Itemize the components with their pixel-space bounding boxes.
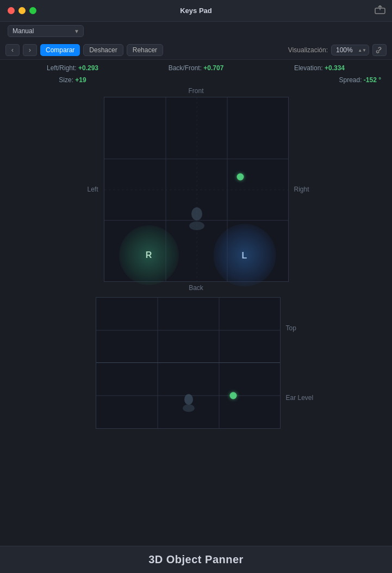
toolbar: ‹ › Comparar Deshacer Rehacer Visualizac… (0, 40, 392, 60)
stat-size: Size: +19 (11, 76, 134, 84)
left-right-label: Left/Right: (47, 64, 77, 72)
top-label: Top (286, 297, 329, 332)
r-channel-label: R (146, 250, 152, 260)
link-button[interactable] (372, 44, 387, 56)
left-label: Left (71, 186, 104, 193)
top-ear-panner-section: Top Ear Level (60, 297, 332, 429)
top-ear-side-labels: Top Ear Level (281, 297, 329, 429)
window-title: Keys Pad (180, 7, 212, 15)
footer-title: 3D Object Panner (148, 553, 244, 566)
size-label: Size: (59, 76, 73, 84)
top-grid-svg (96, 298, 280, 362)
elevation-value: +0.334 (325, 64, 345, 72)
top-section (96, 298, 280, 363)
top-ear-row: Top Ear Level (60, 297, 332, 429)
front-back-grid[interactable]: R L (104, 97, 289, 282)
stats-row-2: Size: +19 Spread: -152 ° (0, 76, 392, 87)
front-label: Front (60, 87, 332, 97)
l-channel-circle[interactable]: L (213, 224, 276, 287)
front-back-panner-section: Front Left R (60, 87, 332, 297)
svg-point-17 (183, 404, 195, 412)
panner-row: Left R (60, 97, 332, 282)
minimize-button[interactable] (18, 7, 26, 14)
stat-elevation: Elevation: +0.334 (258, 64, 381, 72)
redo-button[interactable]: Rehacer (127, 44, 163, 56)
green-dot-ear (229, 392, 237, 399)
close-button[interactable] (8, 7, 15, 14)
upload-button[interactable] (375, 5, 385, 16)
top-ear-grid[interactable] (96, 297, 281, 429)
ear-level-label: Ear Level (286, 394, 329, 429)
viz-wrapper: 100% 50% 75% 125% 150% ▲▼ (331, 45, 369, 56)
maximize-button[interactable] (29, 7, 36, 14)
manual-dropdown[interactable]: Manual Auto Custom (8, 25, 84, 37)
forward-button[interactable]: › (23, 44, 37, 56)
stats-row-1: Left/Right: +0.293 Back/Front: +0.707 El… (0, 60, 392, 76)
svg-point-16 (184, 394, 193, 405)
head-icon-ear (181, 393, 196, 415)
footer: 3D Object Panner (0, 546, 392, 573)
back-front-label: Back/Front: (169, 64, 202, 72)
stat-back-front: Back/Front: +0.707 (134, 64, 258, 72)
back-button[interactable]: ‹ (5, 44, 20, 56)
manual-dropdown-wrapper: Manual Auto Custom ▼ (8, 25, 84, 37)
head-icon-front (187, 206, 207, 233)
svg-point-8 (191, 207, 202, 220)
dropdown-row: Manual Auto Custom ▼ (0, 22, 392, 40)
compare-button[interactable]: Comparar (40, 44, 80, 56)
back-label: Back (60, 282, 332, 297)
stat-left-right: Left/Right: +0.293 (11, 64, 134, 72)
green-dot-front (237, 174, 244, 181)
spread-label: Spread: (339, 76, 362, 84)
viz-select[interactable]: 100% 50% 75% 125% 150% (331, 45, 369, 56)
ear-level-section (96, 363, 280, 428)
size-value: +19 (75, 76, 86, 84)
spread-value: -152 ° (364, 76, 381, 84)
window-controls (8, 7, 36, 14)
elevation-label: Elevation: (294, 64, 323, 72)
undo-button[interactable]: Deshacer (83, 44, 123, 56)
right-label: Right (289, 186, 321, 193)
title-bar: Keys Pad (0, 0, 392, 22)
left-right-value: +0.293 (78, 64, 98, 72)
stat-spread-right: Spread: -152 ° (258, 76, 381, 84)
svg-point-9 (189, 221, 204, 230)
back-front-value: +0.707 (203, 64, 223, 72)
viz-label: Visualización: (288, 46, 328, 54)
r-channel-circle[interactable]: R (119, 225, 179, 285)
l-channel-label: L (242, 250, 247, 260)
